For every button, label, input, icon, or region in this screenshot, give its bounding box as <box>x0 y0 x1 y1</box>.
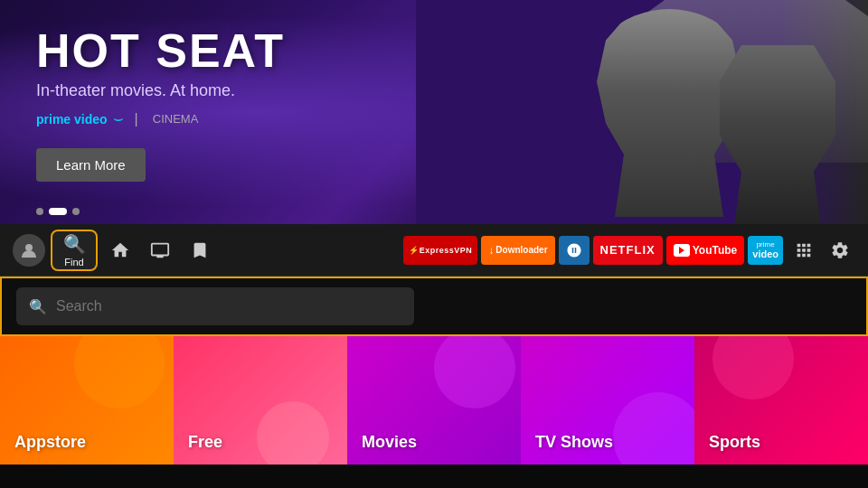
downloader-label: Downloader <box>495 245 547 255</box>
search-bar[interactable]: 🔍 <box>16 287 414 325</box>
youtube-app[interactable]: YouTube <box>666 236 745 265</box>
movies-label: Movies <box>362 433 417 452</box>
hero-image-overlay <box>416 0 868 224</box>
hero-subtitle: In-theater movies. At home. <box>36 81 285 100</box>
search-icon: 🔍 <box>63 233 86 255</box>
expressvpn-app[interactable]: ⚡ExpressVPN <box>403 236 477 265</box>
learn-more-button[interactable]: Learn More <box>36 148 146 182</box>
category-tiles: Appstore Free Movies TV Shows Sports <box>0 336 868 465</box>
youtube-play-button <box>674 244 690 257</box>
hero-brand: prime video ⌣ | CINEMA <box>36 109 285 128</box>
sports-bubble <box>712 336 794 399</box>
app-shortcuts: ⚡ExpressVPN ↓ Downloader NETFLIX YouTube <box>403 236 783 265</box>
prime-brand-text: prime video <box>36 112 108 127</box>
hero-title: HOT SEAT <box>36 27 285 74</box>
hero-banner: HOT SEAT In-theater movies. At home. pri… <box>0 0 868 224</box>
sports-label: Sports <box>709 433 760 452</box>
search-input[interactable] <box>56 298 401 314</box>
free-label: Free <box>188 433 222 452</box>
bookmark-button[interactable] <box>183 233 217 267</box>
home-button[interactable] <box>103 233 137 267</box>
user-avatar[interactable] <box>13 234 45 267</box>
cinema-text: CINEMA <box>153 112 199 126</box>
navbar: 🔍 Find ⚡ExpressVPN ↓ Downloader <box>0 224 868 277</box>
appstore-label: Appstore <box>14 433 86 452</box>
search-icon: 🔍 <box>29 298 47 315</box>
free-bubble <box>257 401 329 465</box>
appstore-bubble <box>74 336 165 408</box>
expressvpn-label: ⚡ExpressVPN <box>409 246 472 255</box>
prime-video-label-sm: prime <box>757 240 775 249</box>
find-label: Find <box>64 257 83 267</box>
search-section: 🔍 <box>0 277 868 336</box>
tvshows-label: TV Shows <box>535 433 613 452</box>
dot-2[interactable] <box>49 208 67 215</box>
category-sports[interactable]: Sports <box>694 336 868 465</box>
tv-button[interactable] <box>143 233 177 267</box>
category-movies[interactable]: Movies <box>347 336 521 465</box>
dot-3[interactable] <box>72 208 80 215</box>
prime-smile-icon: ⌣ <box>113 109 124 128</box>
find-button[interactable]: 🔍 Find <box>51 230 98 271</box>
youtube-icon-container: YouTube <box>674 244 738 257</box>
brand-divider: | <box>135 111 138 127</box>
tvshows-bubble <box>613 392 694 465</box>
prime-logo: prime video ⌣ <box>36 109 124 128</box>
settings-button[interactable] <box>825 235 855 266</box>
hero-dots <box>36 208 80 215</box>
movies-bubble <box>434 336 515 408</box>
downloader-app[interactable]: ↓ Downloader <box>481 236 554 265</box>
downloader-icon: ↓ <box>488 244 494 257</box>
prime-video-label-lg: video <box>752 249 778 259</box>
hero-image <box>416 0 868 224</box>
youtube-label: YouTube <box>693 244 738 257</box>
svg-point-0 <box>25 244 33 251</box>
prime-video-app[interactable]: prime video <box>748 236 783 265</box>
category-appstore[interactable]: Appstore <box>0 336 174 465</box>
filelinked-app[interactable] <box>559 236 590 265</box>
youtube-play-triangle <box>679 247 684 254</box>
apps-grid-button[interactable] <box>788 235 819 266</box>
netflix-label: NETFLIX <box>600 243 656 257</box>
hero-content: HOT SEAT In-theater movies. At home. pri… <box>36 27 285 182</box>
netflix-app[interactable]: NETFLIX <box>593 236 663 265</box>
category-tvshows[interactable]: TV Shows <box>521 336 694 465</box>
dot-1[interactable] <box>36 208 43 215</box>
filelinked-icon <box>566 242 582 258</box>
category-free[interactable]: Free <box>174 336 347 465</box>
